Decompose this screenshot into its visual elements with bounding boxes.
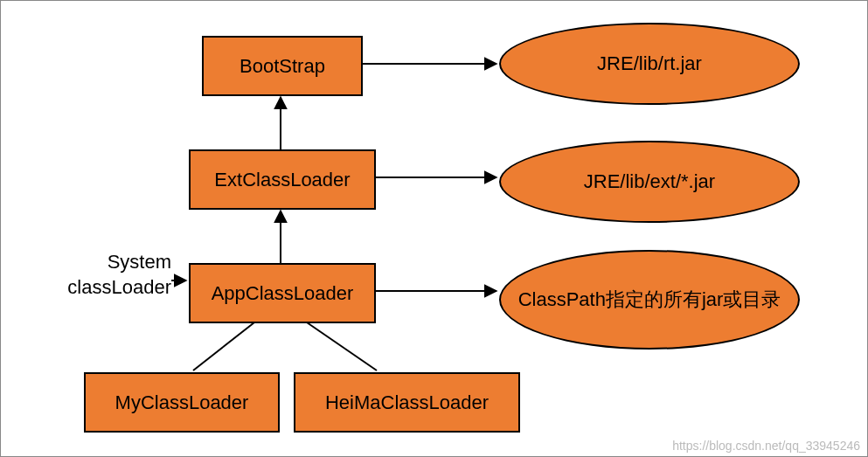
box-ext: ExtClassLoader (189, 149, 376, 210)
box-ext-label: ExtClassLoader (214, 169, 350, 191)
svg-line-3 (307, 322, 377, 370)
ellipse-extjar-label: JRE/lib/ext/*.jar (584, 170, 715, 195)
label-system-text: System classLoader (67, 251, 171, 298)
watermark: https://blog.csdn.net/qq_33945246 (672, 439, 860, 453)
svg-line-2 (193, 322, 254, 370)
box-app: AppClassLoader (189, 263, 376, 323)
ellipse-classpath: ClassPath指定的所有jar或目录 (499, 250, 800, 350)
box-bootstrap-label: BootStrap (240, 55, 325, 78)
ellipse-classpath-label: ClassPath指定的所有jar或目录 (518, 287, 781, 313)
ellipse-rt-label: JRE/lib/rt.jar (597, 52, 702, 77)
diagram-stage: BootStrap ExtClassLoader AppClassLoader … (0, 0, 868, 457)
ellipse-extjar: JRE/lib/ext/*.jar (499, 141, 800, 223)
box-app-label: AppClassLoader (212, 282, 354, 305)
label-system: System classLoader (49, 250, 171, 300)
box-heima-label: HeiMaClassLoader (325, 391, 489, 414)
box-my-label: MyClassLoader (115, 391, 249, 414)
box-heima: HeiMaClassLoader (294, 372, 520, 433)
ellipse-rt: JRE/lib/rt.jar (499, 23, 800, 105)
box-my: MyClassLoader (84, 372, 280, 433)
box-bootstrap: BootStrap (202, 36, 363, 96)
